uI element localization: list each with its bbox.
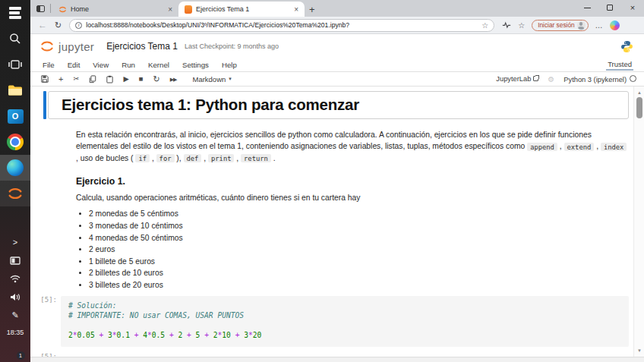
display-tray-button[interactable] — [0, 251, 30, 269]
jupyter-taskbar-button[interactable] — [0, 181, 30, 206]
file-explorer-button[interactable] — [0, 77, 30, 103]
chevron-up-icon: > — [13, 238, 17, 247]
code-editor[interactable]: # Solución: # IMPORTANTE: NO usar COMAS,… — [61, 296, 629, 347]
paste-cell-button[interactable] — [106, 75, 113, 83]
inline-code: print — [208, 154, 234, 162]
inline-code: def — [184, 154, 202, 162]
markdown-cell-body[interactable]: En esta relación encontrarás, al inicio,… — [76, 129, 629, 289]
run-cell-button[interactable]: ▶ — [123, 75, 128, 83]
file-explorer-icon — [8, 84, 23, 96]
restore-button[interactable] — [598, 0, 621, 15]
chrome-button[interactable] — [0, 129, 30, 155]
search-icon — [8, 32, 22, 46]
volume-tray-button[interactable] — [0, 288, 30, 306]
address-bar: ← ↻ i localhost:8888/notebooks/Desktop/U… — [30, 17, 644, 34]
restart-run-all-button[interactable]: ▶▶ — [170, 77, 177, 82]
tab-home[interactable]: Home × — [52, 2, 178, 17]
favorites-icon[interactable]: ☆ — [518, 21, 525, 30]
pen-icon: ✎ — [11, 311, 18, 320]
taskbar-clock[interactable]: 18:35 — [7, 324, 24, 339]
cut-cell-button[interactable]: ✂ — [73, 75, 79, 83]
menu-item-file[interactable]: File — [43, 61, 55, 69]
jupyter-logo — [39, 39, 55, 54]
inline-code: for — [156, 154, 175, 162]
menu-item-kernel[interactable]: Kernel — [148, 61, 169, 69]
copilot-icon[interactable] — [610, 20, 620, 30]
menu-item-edit[interactable]: Edit — [68, 61, 80, 69]
menu-item-run[interactable]: Run — [122, 61, 135, 69]
tab-actions-button[interactable] — [30, 0, 50, 17]
volume-icon — [10, 293, 21, 301]
edge-icon — [7, 159, 24, 176]
cell-type-dropdown[interactable]: Markdown ▾ — [192, 75, 231, 83]
list-item: 4 monedas de 50 céntimos — [89, 234, 629, 242]
jupyterlab-link[interactable]: JupyterLab — [496, 75, 538, 83]
tab-separator — [50, 4, 51, 13]
reload-button[interactable]: ↻ — [55, 20, 62, 30]
inline-code: if — [135, 154, 150, 162]
wifi-tray-button[interactable] — [0, 269, 30, 288]
interrupt-kernel-button[interactable]: ■ — [139, 75, 144, 83]
address-bar-actions: ☆ Iniciar sesión … — [502, 20, 619, 31]
scroll-down-icon[interactable]: ▼ — [634, 346, 644, 355]
task-view-button[interactable] — [0, 52, 30, 77]
pen-tray-button[interactable]: ✎ — [0, 306, 30, 324]
close-window-button[interactable]: × — [621, 0, 644, 15]
favorite-star-icon[interactable]: ☆ — [481, 21, 488, 30]
inline-code: extend — [564, 143, 595, 151]
add-cell-button[interactable]: + — [58, 75, 63, 83]
browser-menu-button[interactable]: … — [595, 21, 603, 30]
notebook-title[interactable]: Ejercicios Tema 1 — [106, 41, 178, 52]
list-item: 2 euros — [89, 245, 629, 253]
scroll-up-icon[interactable]: ▲ — [634, 88, 644, 97]
code-comment: # IMPORTANTE: NO usar COMAS, USAR PUNTOS — [68, 310, 621, 321]
copy-cell-button[interactable] — [89, 75, 96, 83]
inline-code: index — [601, 143, 627, 151]
vertical-scrollbar[interactable]: ▲ ▼ — [633, 87, 644, 357]
menu-item-view[interactable]: View — [93, 61, 109, 69]
tab-close-icon[interactable]: × — [292, 5, 300, 14]
horizontal-scrollbar[interactable] — [30, 357, 644, 362]
jupyter-favicon — [58, 5, 67, 14]
new-tab-button[interactable]: + — [305, 4, 321, 17]
edge-browser-window: Home × Ejercicios Tema 1 × + × ← ↻ i loc… — [30, 0, 644, 362]
back-button[interactable]: ← — [38, 20, 47, 30]
site-info-icon[interactable]: i — [75, 22, 82, 29]
external-link-icon — [533, 76, 538, 81]
start-button[interactable] — [0, 0, 30, 26]
menu-item-help[interactable]: Help — [222, 61, 237, 69]
jupyter-wordmark[interactable]: jupyter — [58, 40, 94, 53]
notification-center-button[interactable]: 1 — [0, 339, 30, 362]
gear-icon[interactable]: ⚙ — [548, 75, 554, 83]
scrollbar-thumb[interactable] — [636, 97, 642, 118]
search-button[interactable] — [0, 26, 30, 52]
kernel-indicator[interactable]: Python 3 (ipykernel) — [564, 75, 636, 83]
close-icon: × — [630, 4, 635, 12]
windows-taskbar: O > ✎ 18:35 — [0, 0, 30, 362]
toolbar-right: JupyterLab ⚙ Python 3 (ipykernel) — [496, 75, 636, 83]
paste-icon — [106, 75, 113, 83]
minimize-button[interactable] — [576, 0, 598, 15]
list-item: 3 monedas de 10 céntimos — [89, 222, 629, 230]
restart-kernel-button[interactable]: ↻ — [153, 75, 159, 83]
python-logo — [620, 40, 633, 53]
tab-ejercicios[interactable]: Ejercicios Tema 1 × — [178, 2, 305, 17]
outlook-button[interactable]: O — [0, 103, 30, 129]
selected-cell-bar — [43, 91, 46, 119]
notebook-h1: Ejercicios tema 1: Python para comenzar — [62, 96, 617, 114]
menu-item-settings[interactable]: Settings — [182, 61, 209, 69]
signin-button[interactable]: Iniciar sesión — [532, 20, 588, 31]
code-cell[interactable]: [5]: # Solución: # IMPORTANTE: NO usar C… — [30, 296, 633, 357]
inline-code: return — [241, 154, 271, 162]
browser-essentials-icon[interactable] — [502, 21, 511, 29]
menu-bar: FileEditViewRunKernelSettingsHelpTrusted — [30, 58, 644, 72]
save-button[interactable] — [41, 75, 49, 83]
markdown-cell-heading[interactable]: Ejercicios tema 1: Python para comenzar — [43, 91, 629, 119]
hidden-icons-button[interactable]: > — [0, 233, 30, 251]
tab-close-icon[interactable]: × — [166, 5, 174, 14]
url-field[interactable]: i localhost:8888/notebooks/Desktop/UNI/3… — [69, 19, 494, 32]
start-icon — [9, 7, 21, 19]
edge-taskbar-button[interactable] — [0, 155, 30, 181]
exercise-text: Calcula, usando operaciones aritméticas,… — [76, 194, 629, 202]
url-text: localhost:8888/notebooks/Desktop/UNI/3º/… — [86, 21, 477, 29]
